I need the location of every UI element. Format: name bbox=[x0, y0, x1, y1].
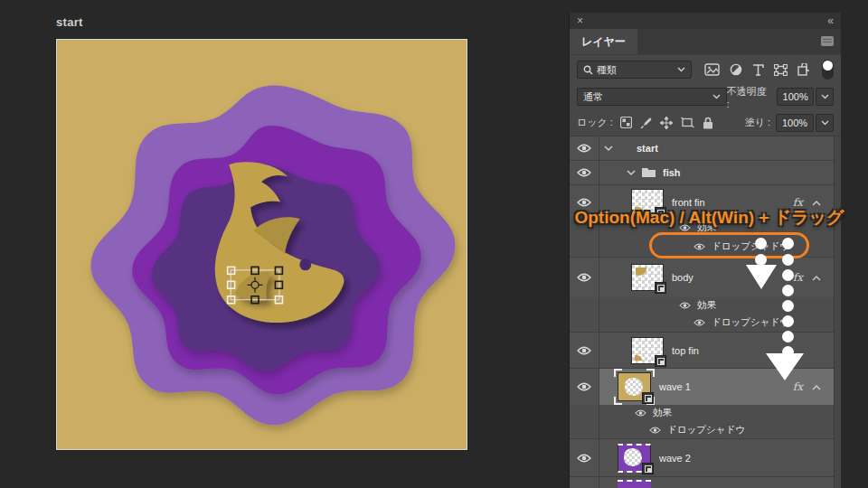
panel-menu-icon[interactable] bbox=[821, 36, 834, 46]
smart-object-badge-icon bbox=[642, 392, 654, 404]
close-icon[interactable]: × bbox=[577, 15, 583, 26]
collapse-fx-chevron-icon[interactable] bbox=[812, 385, 821, 390]
visibility-eye-icon[interactable] bbox=[577, 273, 591, 282]
fx-badge[interactable]: fx bbox=[793, 380, 803, 393]
layer-name: body bbox=[672, 272, 693, 283]
expand-chevron-icon[interactable] bbox=[627, 170, 636, 176]
fx-badge[interactable]: fx bbox=[793, 271, 803, 284]
lock-all-icon[interactable] bbox=[703, 117, 713, 129]
layer-name: start bbox=[637, 143, 658, 154]
layer-thumbnail[interactable] bbox=[618, 444, 651, 473]
artwork bbox=[57, 40, 467, 449]
drag-path-dot bbox=[782, 331, 794, 343]
visibility-eye-icon[interactable] bbox=[577, 346, 591, 355]
annotation-text: Option(Mac) / Alt(Win) + ドラッグ bbox=[558, 206, 861, 230]
layer-thumbnail bbox=[618, 480, 651, 488]
fill-value[interactable]: 100% bbox=[776, 114, 814, 132]
drag-path-dot bbox=[782, 300, 794, 312]
drag-path-dot bbox=[782, 238, 794, 249]
layer-row-body[interactable]: body fx bbox=[570, 257, 834, 297]
visibility-eye-icon[interactable] bbox=[577, 144, 591, 153]
drag-path-dot bbox=[782, 269, 794, 281]
filter-shape-layers-icon[interactable] bbox=[774, 64, 788, 76]
drag-path-dot bbox=[782, 254, 794, 266]
drop-shadow-label: ドロップシャドウ bbox=[712, 316, 789, 329]
chevron-down-icon bbox=[677, 67, 685, 72]
filter-pixel-layers-icon[interactable] bbox=[704, 63, 720, 76]
layer-thumbnail[interactable] bbox=[631, 264, 664, 291]
filter-type-label: 種類 bbox=[597, 63, 617, 77]
opacity-dropdown-button[interactable] bbox=[816, 88, 834, 106]
canvas[interactable] bbox=[56, 39, 467, 450]
blend-mode-select[interactable]: 通常 bbox=[577, 88, 727, 106]
lock-paint-icon[interactable] bbox=[640, 117, 652, 128]
panel-tabbar: レイヤー bbox=[570, 29, 841, 54]
visibility-eye-icon[interactable] bbox=[693, 319, 705, 326]
filter-smart-objects-icon[interactable] bbox=[797, 63, 810, 76]
collapse-panel-icon[interactable]: « bbox=[827, 15, 834, 26]
panel-header: × « bbox=[570, 13, 841, 29]
blend-mode-value: 通常 bbox=[583, 90, 603, 104]
search-icon bbox=[583, 65, 593, 75]
lock-artboard-icon[interactable] bbox=[681, 117, 694, 128]
effects-row[interactable]: 効果 bbox=[570, 297, 834, 314]
filter-type-select[interactable]: 種類 bbox=[577, 61, 692, 79]
visibility-eye-icon[interactable] bbox=[577, 168, 591, 177]
layer-row-start-group[interactable]: start bbox=[570, 136, 834, 160]
filter-row: 種類 bbox=[570, 54, 841, 84]
opacity-value[interactable]: 100% bbox=[777, 88, 814, 106]
document-tab-label[interactable]: start bbox=[56, 15, 83, 29]
drop-shadow-row[interactable]: ドロップシャドウ bbox=[570, 314, 834, 332]
lock-position-icon[interactable] bbox=[660, 117, 673, 129]
fill-label: 塗り : bbox=[745, 116, 770, 129]
smart-object-badge-icon bbox=[655, 282, 666, 294]
layer-name: wave 2 bbox=[659, 453, 691, 464]
layer-thumbnail[interactable] bbox=[631, 337, 664, 364]
lock-label: ロック : bbox=[577, 116, 613, 129]
visibility-eye-icon[interactable] bbox=[679, 302, 691, 309]
effects-label: 効果 bbox=[697, 299, 716, 312]
drop-shadow-label: ドロップシャドウ bbox=[667, 424, 745, 436]
tab-layers-label: レイヤー bbox=[581, 34, 626, 50]
fill-dropdown-button[interactable] bbox=[816, 114, 834, 132]
drag-path-dot bbox=[755, 238, 767, 249]
layer-row-fish-group[interactable]: fish bbox=[570, 160, 834, 184]
smart-object-badge-icon bbox=[655, 355, 666, 367]
filter-type-layers-icon[interactable] bbox=[752, 64, 764, 76]
drag-arrowhead-wave1 bbox=[766, 353, 804, 380]
blend-row: 通常 不透明度 : 100% bbox=[570, 84, 841, 109]
folder-icon bbox=[641, 166, 656, 178]
layer-thumbnail[interactable] bbox=[618, 372, 651, 401]
layer-row-partial[interactable] bbox=[570, 476, 834, 488]
filter-adjustment-layers-icon[interactable] bbox=[730, 63, 742, 76]
effects-label: 効果 bbox=[653, 407, 672, 419]
tab-layers[interactable]: レイヤー bbox=[570, 29, 637, 54]
smart-object-badge-icon bbox=[642, 463, 654, 474]
drag-path-dot bbox=[782, 315, 794, 327]
chevron-down-icon bbox=[821, 94, 829, 99]
drag-arrowhead-body bbox=[746, 265, 777, 289]
opacity-label: 不透明度 : bbox=[727, 85, 771, 109]
lock-row: ロック : 塗り : 100% bbox=[570, 109, 841, 136]
visibility-eye-icon[interactable] bbox=[635, 409, 646, 417]
visibility-eye-icon[interactable] bbox=[577, 454, 591, 463]
lock-transparency-icon[interactable] bbox=[620, 117, 632, 128]
fish-eye bbox=[299, 258, 311, 270]
drag-path-dot bbox=[782, 285, 794, 296]
layer-row-wave2[interactable]: wave 2 bbox=[570, 438, 834, 476]
layer-list: start fish front fin fx bbox=[570, 136, 841, 488]
expand-chevron-icon[interactable] bbox=[604, 145, 613, 152]
layer-name: wave 1 bbox=[659, 381, 691, 392]
scrollbar-track[interactable] bbox=[834, 136, 841, 488]
layer-name: fish bbox=[663, 167, 681, 178]
effects-row[interactable]: 効果 bbox=[570, 405, 834, 421]
filter-toggle[interactable] bbox=[822, 60, 834, 80]
collapse-fx-chevron-icon[interactable] bbox=[812, 276, 821, 281]
visibility-eye-icon[interactable] bbox=[577, 382, 591, 391]
visibility-eye-icon[interactable] bbox=[649, 427, 661, 434]
chevron-down-icon bbox=[821, 120, 829, 126]
drop-shadow-row[interactable]: ドロップシャドウ bbox=[570, 421, 834, 438]
chevron-down-icon bbox=[712, 94, 721, 99]
filter-icon-group bbox=[704, 60, 834, 80]
layer-name: top fin bbox=[672, 345, 699, 356]
